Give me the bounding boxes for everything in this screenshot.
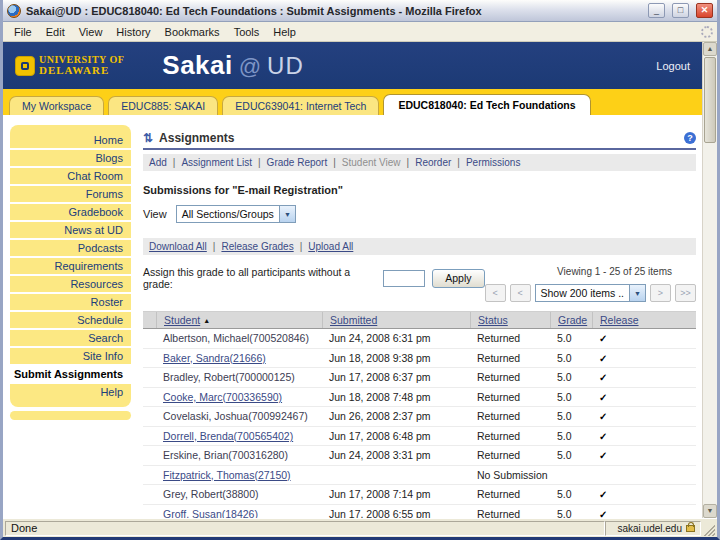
status-cell: Returned (470, 352, 550, 364)
sidebar-item-schedule[interactable]: Schedule (10, 312, 131, 330)
sort-link-release[interactable]: Release (600, 314, 639, 326)
page-size-select[interactable]: Show 200 items .. ▼ (535, 284, 646, 302)
grade-cell: 5.0 (550, 410, 592, 422)
sidebar-item-resources[interactable]: Resources (10, 276, 131, 294)
student-name-link[interactable]: Groff, Susan(18426) (163, 508, 258, 518)
sort-link-submitted[interactable]: Submitted (330, 314, 377, 326)
chevron-down-icon[interactable]: ▼ (279, 206, 295, 222)
student-name-link[interactable]: Cooke, Marc(700336590) (163, 391, 282, 403)
col-header-submitted: Submitted (322, 312, 470, 328)
last-page-button[interactable]: >> (675, 284, 696, 302)
student-cell: Grey, Robert(38800) (156, 488, 322, 500)
sidebar-item-home[interactable]: Home (10, 132, 131, 150)
status-cell: Returned (470, 508, 550, 518)
sort-ascending-icon: ▲ (203, 317, 210, 324)
action-separator: | (333, 157, 336, 168)
sidebar-item-forums[interactable]: Forums (10, 186, 131, 204)
menu-view[interactable]: View (72, 24, 110, 40)
next-page-button[interactable]: > (650, 284, 671, 302)
menu-bookmarks[interactable]: Bookmarks (158, 24, 227, 40)
tab-educ885-sakai[interactable]: EDUC885: SAKAI (108, 96, 218, 115)
scrollbar-track[interactable] (703, 144, 717, 504)
action-student-view[interactable]: Student View (342, 157, 401, 168)
sidebar-item-help[interactable]: Help (10, 384, 131, 400)
bulk-upload-all[interactable]: Upload All (308, 241, 353, 252)
resize-grip[interactable] (701, 521, 715, 536)
help-icon[interactable]: ? (684, 132, 696, 144)
menu-bar: FileEditViewHistoryBookmarksToolsHelp (3, 22, 717, 42)
submitted-cell: Jun 17, 2008 7:14 pm (322, 488, 470, 500)
sidebar-item-search[interactable]: Search (10, 330, 131, 348)
grade-cell: 5.0 (550, 352, 592, 364)
sidebar-item-chat-room[interactable]: Chat Room (10, 168, 131, 186)
maximize-button[interactable]: □ (672, 3, 689, 18)
action-permissions[interactable]: Permissions (466, 157, 520, 168)
student-name: Albertson, Michael(700520846) (163, 332, 309, 344)
sidebar-item-podcasts[interactable]: Podcasts (10, 240, 131, 258)
student-name-link[interactable]: Baker, Sandra(21666) (163, 352, 266, 364)
status-cell: Returned (470, 430, 550, 442)
action-reorder[interactable]: Reorder (415, 157, 451, 168)
menu-help[interactable]: Help (266, 24, 303, 40)
logout-link[interactable]: Logout (656, 60, 690, 72)
first-page-button[interactable]: < (485, 284, 506, 302)
bulk-release-grades[interactable]: Release Grades (221, 241, 293, 252)
vertical-scrollbar[interactable]: ▲ ▼ (702, 42, 717, 518)
sidebar-item-news-at-ud[interactable]: News at UD (10, 222, 131, 240)
sidebar-item-gradebook[interactable]: Gradebook (10, 204, 131, 222)
bulk-download-all[interactable]: Download All (149, 241, 207, 252)
sidebar-item-site-info[interactable]: Site Info (10, 348, 131, 366)
table-row: Erskine, Brian(700316280)Jun 24, 2008 3:… (143, 446, 696, 466)
sidebar-footer (10, 411, 131, 420)
action-add[interactable]: Add (149, 157, 167, 168)
assign-grade-label: Assign this grade to all participants wi… (143, 266, 376, 290)
menu-edit[interactable]: Edit (39, 24, 72, 40)
view-row: View All Sections/Groups ▼ (143, 205, 696, 223)
sort-link-grade[interactable]: Grade (558, 314, 587, 326)
grade-cell: 5.0 (550, 332, 592, 344)
tab-educ639041-internet-tech[interactable]: EDUC639041: Internet Tech (222, 96, 379, 115)
submitted-cell: Jun 26, 2008 2:37 pm (322, 410, 470, 422)
table-row: Albertson, Michael(700520846)Jun 24, 200… (143, 329, 696, 349)
minimize-button[interactable]: _ (648, 3, 665, 18)
release-check-icon: ✓ (599, 450, 607, 461)
grade-cell: 5.0 (550, 391, 592, 403)
tab-educ818040-ed-tech-foundations[interactable]: EDUC818040: Ed Tech Foundations (383, 94, 590, 115)
sort-link-student[interactable]: Student (164, 314, 200, 326)
grade-input[interactable] (383, 270, 425, 287)
sidebar-item-submit-assignments[interactable]: Submit Assignments (10, 366, 131, 384)
scroll-down-icon[interactable]: ▼ (703, 504, 717, 518)
scrollbar-thumb[interactable] (704, 57, 716, 143)
student-name-link[interactable]: Fitzpatrick, Thomas(27150) (163, 469, 291, 481)
bulk-action-bar: Download All|Release Grades|Upload All (143, 238, 696, 255)
col-header-student: Student▲ (156, 312, 322, 328)
bulk-separator: | (300, 241, 303, 252)
action-assignment-list[interactable]: Assignment List (181, 157, 252, 168)
sidebar-item-requirements[interactable]: Requirements (10, 258, 131, 276)
action-grade-report[interactable]: Grade Report (267, 157, 328, 168)
student-name: Bradley, Robert(700000125) (163, 371, 295, 383)
tab-my-workspace[interactable]: My Workspace (9, 96, 104, 115)
sort-link-status[interactable]: Status (478, 314, 508, 326)
student-name-link[interactable]: Dorrell, Brenda(700565402) (163, 430, 293, 442)
apply-button[interactable]: Apply (432, 269, 484, 288)
previous-page-button[interactable]: < (510, 284, 531, 302)
col-header-release: Release (592, 312, 696, 328)
scroll-up-icon[interactable]: ▲ (703, 42, 717, 56)
sections-select[interactable]: All Sections/Groups ▼ (176, 205, 296, 223)
sidebar-item-blogs[interactable]: Blogs (10, 150, 131, 168)
grade-cell: 5.0 (550, 488, 592, 500)
chevron-down-icon[interactable]: ▼ (629, 285, 645, 301)
window-title: Sakai@UD : EDUC818040: Ed Tech Foundatio… (26, 5, 641, 17)
sidebar-item-roster[interactable]: Roster (10, 294, 131, 312)
menu-tools[interactable]: Tools (227, 24, 267, 40)
table-row: Cooke, Marc(700336590)Jun 18, 2008 7:48 … (143, 388, 696, 408)
action-separator: | (457, 157, 460, 168)
menu-file[interactable]: File (7, 24, 39, 40)
submitted-cell: Jun 17, 2008 6:55 pm (322, 508, 470, 518)
grade-cell: 5.0 (550, 449, 592, 461)
close-button[interactable]: ✕ (696, 3, 713, 18)
status-cell: Returned (470, 332, 550, 344)
menu-history[interactable]: History (109, 24, 157, 40)
status-domain: sakai.udel.edu (618, 523, 683, 534)
